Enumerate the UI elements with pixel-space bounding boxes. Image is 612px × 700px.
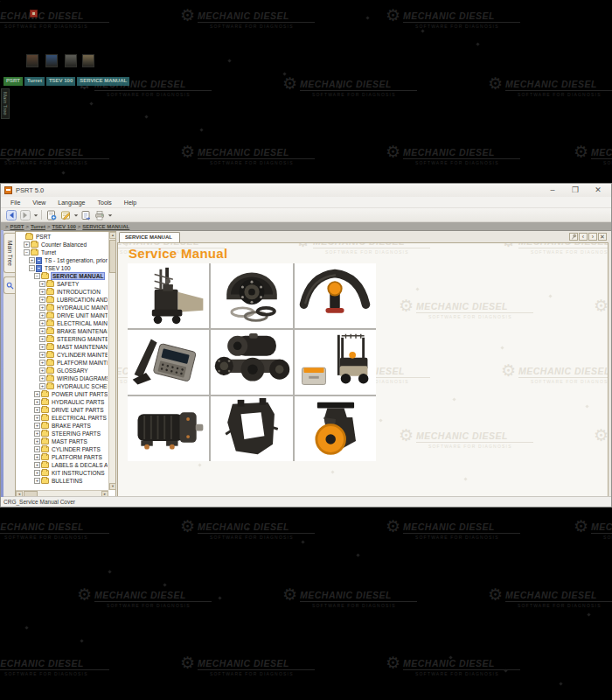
maximize-button[interactable]: ❐ <box>566 185 585 196</box>
expand-icon[interactable]: + <box>34 430 40 437</box>
collapse-icon[interactable]: − <box>34 273 40 279</box>
expand-icon[interactable]: + <box>39 368 45 374</box>
tree-item-safety[interactable]: +SAFETY <box>17 280 108 288</box>
tree-item-psrt[interactable]: PSRT <box>17 233 108 241</box>
tree-item-mast-parts[interactable]: +MAST PARTS <box>17 438 108 445</box>
back-button[interactable] <box>5 209 17 221</box>
tree-item-hydraulic-parts[interactable]: +HYDRAULIC PARTS <box>17 398 108 406</box>
tree-item-cylinder-parts[interactable]: +CYLINDER PARTS <box>17 445 108 453</box>
tree-item-cylinder-maintenance[interactable]: +CYLINDER MAINTENANCE <box>17 351 108 359</box>
tree-item-lubrication-and-adjustment[interactable]: +LUBRICATION AND ADJUSTMENT <box>17 296 108 304</box>
collapse-icon[interactable]: − <box>29 265 35 271</box>
close-tab-icon[interactable]: ✕ <box>598 233 607 241</box>
tree-item-steering-parts[interactable]: +STEERING PARTS <box>17 430 108 438</box>
tree-item-labels-decals-and-accessories[interactable]: +LABELS & DECALS AND ACCESSORIES <box>17 461 108 469</box>
tree-item-electrical-parts[interactable]: +ELECTRICAL PARTS <box>17 414 108 422</box>
expand-icon[interactable]: + <box>39 297 45 303</box>
breadcrumb-tsev-100[interactable]: TSEV 100 <box>52 224 75 229</box>
tab-service-manual[interactable]: SERVICE MANUAL <box>119 232 180 242</box>
tree-item-drive-unit-parts[interactable]: +DRIVE UNIT PARTS <box>17 406 108 414</box>
expand-icon[interactable]: + <box>34 462 40 468</box>
expand-icon[interactable]: + <box>39 281 45 287</box>
tree-item-turret[interactable]: −Turret <box>17 248 108 256</box>
expand-icon[interactable]: + <box>34 415 40 421</box>
expand-icon[interactable]: + <box>39 360 45 366</box>
tree-item-brake-parts[interactable]: +BRAKE PARTS <box>17 422 108 430</box>
minimize-button[interactable]: – <box>543 185 562 196</box>
tree-item-brake-maintenance[interactable]: +BRAKE MAINTENANCE <box>17 327 108 335</box>
expand-icon[interactable]: + <box>39 336 45 342</box>
edit-notes-button[interactable] <box>59 209 72 221</box>
tree-item-introduction[interactable]: +INTRODUCTION <box>17 288 108 296</box>
close-button[interactable]: ✕ <box>588 185 608 196</box>
tree-item-hydraulic-maintenance[interactable]: +HYDRAULIC MAINTENANCE <box>17 304 108 312</box>
collapse-icon[interactable]: − <box>24 249 30 256</box>
scroll-down-icon[interactable]: ▼ <box>109 483 116 490</box>
expand-icon[interactable]: + <box>39 312 45 318</box>
tree-item-wiring-diagrams[interactable]: +WIRING DIAGRAMS <box>17 374 108 382</box>
export-page-button[interactable] <box>80 209 92 221</box>
cover-cell-caster-wheel-assembly[interactable] <box>295 396 376 461</box>
expand-icon[interactable]: + <box>34 407 40 413</box>
tree-item-electrical-maintenance[interactable]: +ELECTRICAL MAINTENANCE <box>17 319 108 327</box>
expand-icon[interactable]: + <box>34 470 40 476</box>
tree-item-ts-1st-generation-prior-to-19[interactable]: +TS - 1st generation, prior to 19 <box>17 256 108 264</box>
expand-icon[interactable]: + <box>39 352 45 358</box>
tree-item-drive-unit-maintenance[interactable]: +DRIVE UNIT MAINTENANCE <box>17 312 108 319</box>
expand-icon[interactable]: + <box>34 446 40 452</box>
notes-dropdown[interactable] <box>73 209 79 221</box>
breadcrumb-psrt[interactable]: PSRT <box>10 224 24 229</box>
prev-tab-icon[interactable]: ‹ <box>579 233 588 241</box>
expand-icon[interactable]: + <box>24 242 30 248</box>
tree-item-kit-instructions[interactable]: +KIT INSTRUCTIONS <box>17 469 108 477</box>
cover-cell-handheld-diagnostic-unit[interactable] <box>128 330 209 395</box>
menu-view[interactable]: View <box>26 199 52 206</box>
expand-icon[interactable]: + <box>39 328 45 334</box>
tree-item-hydraulic-schematics[interactable]: +HYDRAULIC SCHEMATICS <box>17 382 108 390</box>
sidebar-tab-main-tree[interactable]: Main Tree <box>3 233 15 273</box>
cover-cell-brake-wheel-assembly[interactable] <box>211 263 292 328</box>
pin-icon[interactable] <box>569 233 578 241</box>
title-bar[interactable]: PSRT 5.0 – ❐ ✕ <box>1 184 611 197</box>
tree-item-power-unit-parts[interactable]: +POWER UNIT PARTS <box>17 390 108 398</box>
cover-cell-order-picker-truck[interactable] <box>128 263 209 328</box>
tree-item-platform-maintenance[interactable]: +PLATFORM MAINTENANCE <box>17 359 108 367</box>
cover-cell-chassis-cover-frame[interactable] <box>211 396 292 461</box>
cover-cell-rider-forklift-with-battery-box[interactable] <box>295 330 376 395</box>
cover-cell-tiller-steering-handle[interactable] <box>295 263 376 328</box>
menu-file[interactable]: File <box>4 199 26 206</box>
cover-cell-drive-axle-assembly[interactable] <box>211 330 292 395</box>
tree-item-glossary[interactable]: +GLOSSARY <box>17 367 108 374</box>
print-dropdown[interactable] <box>107 209 113 221</box>
breadcrumb-turret[interactable]: Turret <box>31 224 45 229</box>
tree-item-platform-parts[interactable]: +PLATFORM PARTS <box>17 453 108 461</box>
tree-item-counter-balanced[interactable]: +Counter Balanced <box>17 241 108 248</box>
scrollbar-thumb[interactable] <box>109 240 116 273</box>
cover-cell-electric-motor[interactable] <box>128 396 209 461</box>
sidebar-tab-search[interactable] <box>3 276 15 294</box>
tree-item-mast-maintenance[interactable]: +MAST MAINTENANCE <box>17 343 108 351</box>
expand-icon[interactable]: + <box>39 383 45 389</box>
expand-icon[interactable]: + <box>39 289 45 295</box>
tree-item-tsev-100[interactable]: −TSEV 100 <box>17 264 108 272</box>
menu-language[interactable]: Language <box>52 199 91 206</box>
forward-button[interactable] <box>19 209 31 221</box>
breadcrumb-service-manual[interactable]: SERVICE MANUAL <box>82 224 129 229</box>
expand-icon[interactable]: + <box>34 454 40 460</box>
history-dropdown[interactable] <box>32 209 38 221</box>
next-tab-icon[interactable]: › <box>588 233 597 241</box>
open-document-button[interactable] <box>45 209 58 221</box>
tree-item-service-manual[interactable]: −SERVICE MANUAL <box>17 272 108 280</box>
expand-icon[interactable]: + <box>34 478 40 484</box>
expand-icon[interactable]: + <box>39 344 45 350</box>
tree-item-bulletins[interactable]: +BULLETINS <box>17 477 108 485</box>
expand-icon[interactable]: + <box>39 320 45 326</box>
expand-icon[interactable]: + <box>39 304 45 311</box>
expand-icon[interactable]: + <box>34 438 40 444</box>
tree-item-steering-maintenance[interactable]: +STEERING MAINTENANCE <box>17 335 108 343</box>
print-button[interactable] <box>94 209 106 221</box>
expand-icon[interactable]: + <box>39 375 45 382</box>
menu-help[interactable]: Help <box>118 199 143 206</box>
scroll-up-icon[interactable]: ▲ <box>109 232 116 239</box>
expand-icon[interactable]: + <box>34 423 40 429</box>
